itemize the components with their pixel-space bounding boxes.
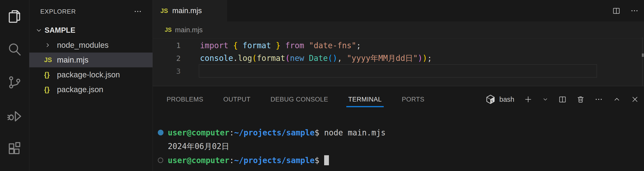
activity-item-extensions[interactable] [0, 132, 29, 165]
more-icon [134, 7, 142, 16]
terminal-text: : [229, 156, 234, 165]
file-label: package-lock.json [57, 70, 120, 79]
code-line-3[interactable]: 3 [153, 65, 644, 78]
minimap-line [600, 37, 623, 39]
terminal-row: user@computer:~/projects/sample$ node ma… [153, 126, 644, 139]
editor-scrollbar-thumb[interactable] [642, 54, 644, 57]
close-panel-button[interactable] [631, 95, 639, 104]
code-token: new [290, 54, 304, 63]
activity-item-source-control[interactable] [0, 66, 29, 99]
code-token [280, 41, 285, 50]
code-text: import { format } from "date-fns"; [200, 41, 361, 50]
breadcrumb[interactable]: JS main.mjs [153, 22, 644, 38]
js-file-icon: JS [160, 7, 168, 15]
more-editor-actions-button[interactable] [630, 7, 639, 15]
vscode-window: EXPLORER SAMPLE node_modulesJSmain.mjs{}… [0, 0, 644, 171]
editor-tabbar: JS main.mjs [153, 0, 644, 22]
code-token: , [337, 54, 342, 63]
file-icon-slot [44, 42, 57, 49]
file-row-main.mjs[interactable]: JSmain.mjs [29, 53, 152, 67]
new-terminal-button[interactable] [524, 95, 532, 104]
terminal-text: user@computer [168, 128, 229, 137]
terminal-text: node main.mjs [320, 128, 386, 137]
code-token: ; [427, 54, 432, 63]
code-token: format [243, 41, 271, 50]
bash-terminal-icon: $ [485, 94, 496, 105]
terminal-shell-selector[interactable]: $ bash [485, 94, 514, 105]
file-label: package.json [57, 85, 103, 94]
files-icon [6, 8, 23, 25]
json-file-icon: {} [44, 71, 50, 79]
terminal-viewport[interactable]: user@computer:~/projects/sample$ node ma… [153, 112, 644, 171]
file-label: main.mjs [57, 55, 88, 65]
search-icon [6, 41, 23, 58]
file-row-package.json[interactable]: {}package.json [29, 82, 152, 97]
tab-label: main.mjs [172, 7, 202, 15]
code-token [228, 41, 233, 50]
command-pending-decoration[interactable] [158, 158, 163, 163]
close-icon [631, 95, 639, 104]
js-file-icon: JS [44, 56, 52, 64]
file-icon-slot: {} [44, 71, 57, 79]
activity-item-search[interactable] [0, 33, 29, 66]
split-editor-button[interactable] [612, 7, 621, 15]
terminal-text: : [229, 128, 234, 137]
json-file-icon: {} [44, 86, 50, 94]
split-terminal-button[interactable] [558, 95, 567, 104]
activity-bar [0, 0, 29, 171]
close-tab-button[interactable] [212, 7, 219, 15]
terminal-text: $ [314, 156, 320, 165]
breadcrumb-item-filename: main.mjs [175, 26, 202, 34]
launch-profile-dropdown-button[interactable] [542, 96, 549, 103]
file-row-package-lock.json[interactable]: {}package-lock.json [29, 67, 152, 82]
code-token: log [238, 54, 252, 63]
more-terminal-actions-button[interactable] [594, 95, 603, 104]
code-token: { [233, 41, 238, 50]
code-token: } [276, 41, 280, 50]
terminal-text: ~/projects/sample [234, 156, 314, 165]
panel-tab-output[interactable]: OUTPUT [223, 86, 250, 112]
panel-tabs: PROBLEMSOUTPUTDEBUG CONSOLETERMINALPORTS [166, 86, 444, 112]
debug-icon [6, 107, 23, 123]
file-row-node_modules[interactable]: node_modules [29, 38, 152, 53]
folder-root-label: SAMPLE [44, 26, 75, 35]
maximize-panel-button[interactable] [612, 95, 621, 104]
panel-action-buttons [524, 95, 639, 104]
minimap-line [600, 39, 625, 41]
file-icon-slot: {} [44, 86, 57, 94]
activity-item-explorer[interactable] [0, 0, 29, 33]
code-token: ( [328, 54, 333, 63]
kill-terminal-button[interactable] [576, 95, 585, 104]
folder-root-sample[interactable]: SAMPLE [29, 23, 152, 38]
terminal-row: 2024年06月02日 [153, 139, 644, 153]
line-number: 1 [153, 41, 181, 50]
editor-scrollbar-track [642, 37, 642, 86]
panel-tab-problems[interactable]: PROBLEMS [166, 86, 203, 112]
code-token: import [200, 41, 228, 50]
tab-main-mjs[interactable]: JS main.mjs [153, 0, 227, 22]
code-token: format [257, 54, 285, 63]
code-token: Date [309, 54, 328, 63]
editor-and-panel: JS main.mjs JS main.mjs 1import { format… [153, 0, 644, 171]
command-success-decoration[interactable] [158, 130, 164, 135]
minimap[interactable] [600, 37, 626, 42]
editor-region: JS main.mjs JS main.mjs 1import { format… [153, 0, 644, 86]
terminal-cursor [324, 155, 329, 165]
terminal-text: ~/projects/sample [234, 128, 314, 137]
explorer-actions [134, 7, 142, 16]
chevron-up-icon [612, 95, 621, 104]
code-line-2[interactable]: 2console.log(format(new Date(), "yyyy年MM… [153, 52, 644, 65]
panel-tab-terminal[interactable]: TERMINAL [348, 86, 382, 112]
activity-item-run-debug[interactable] [0, 99, 29, 132]
plus-icon [524, 95, 532, 104]
views-and-more-actions-button[interactable] [134, 7, 142, 16]
panel-tab-ports[interactable]: PORTS [402, 86, 424, 112]
code-editor[interactable]: 1import { format } from "date-fns";2cons… [153, 38, 644, 86]
chevron-down-icon [542, 96, 549, 103]
chevron-down-icon [35, 27, 43, 34]
panel-tab-debug-console[interactable]: DEBUG CONSOLE [270, 86, 328, 112]
code-token: . [233, 54, 238, 63]
file-label: node_modules [57, 41, 109, 50]
code-text: console.log(format(new Date(), "yyyy年MM月… [200, 53, 432, 64]
code-line-1[interactable]: 1import { format } from "date-fns"; [153, 39, 644, 52]
